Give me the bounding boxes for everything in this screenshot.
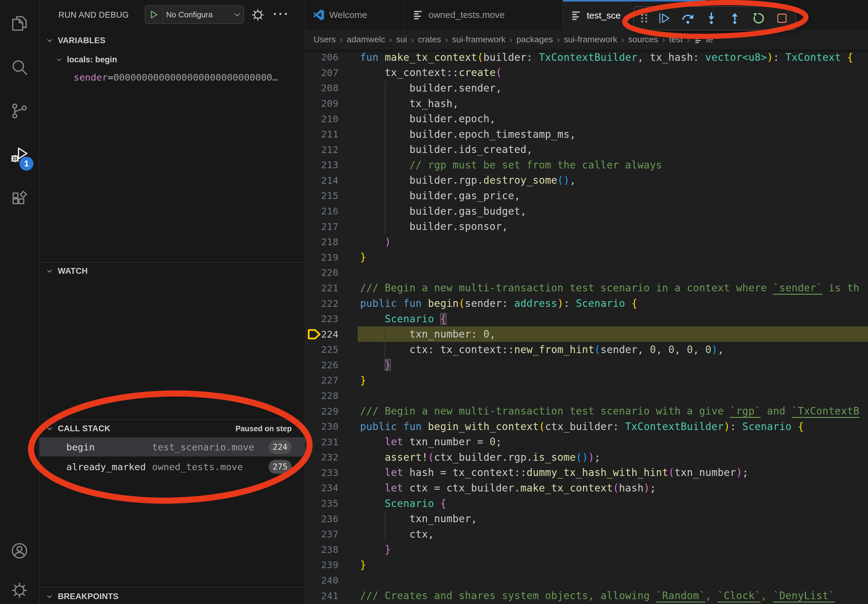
gutter-glyph-margin[interactable] bbox=[306, 496, 317, 511]
code-line-232[interactable]: 232 assert!(ctx_builder.rgp.is_some()); bbox=[306, 449, 868, 465]
gutter-glyph-margin[interactable] bbox=[306, 65, 317, 81]
breadcrumb-item[interactable]: sui bbox=[396, 35, 407, 44]
code-line-235[interactable]: 235 Scenario { bbox=[306, 496, 868, 511]
code-line-241[interactable]: 241/// Creates and shares system objects… bbox=[306, 588, 868, 603]
gutter-glyph-margin[interactable] bbox=[306, 326, 317, 342]
breadcrumb-item[interactable]: Users bbox=[313, 35, 336, 44]
gutter-glyph-margin[interactable] bbox=[306, 111, 317, 127]
code-line-206[interactable]: 206fun make_tx_context(builder: TxContex… bbox=[306, 50, 868, 65]
breadcrumb-item[interactable]: sui-framework bbox=[452, 35, 505, 44]
call-stack-section-header[interactable]: CALL STACK Paused on step bbox=[40, 421, 305, 436]
code-line-231[interactable]: 231 let txn_number = 0; bbox=[306, 434, 868, 449]
gutter-glyph-margin[interactable] bbox=[306, 234, 317, 250]
code-line-230[interactable]: 230public fun begin_with_context(ctx_bui… bbox=[306, 419, 868, 434]
code-line-222[interactable]: 222public fun begin(sender: address): Sc… bbox=[306, 296, 868, 311]
code-editor[interactable]: 206fun make_tx_context(builder: TxContex… bbox=[306, 50, 868, 604]
code-line-225[interactable]: 225 ctx: tx_context::new_from_hint(sende… bbox=[306, 342, 868, 357]
code-line-212[interactable]: 212 builder.ids_created, bbox=[306, 142, 868, 157]
start-debugging-icon[interactable] bbox=[146, 6, 163, 23]
code-line-208[interactable]: 208 builder.sender, bbox=[306, 80, 868, 96]
code-line-211[interactable]: 211 builder.epoch_timestamp_ms, bbox=[306, 127, 868, 142]
breadcrumb-item[interactable]: adamwelc bbox=[347, 35, 385, 44]
gutter-glyph-margin[interactable] bbox=[306, 280, 317, 296]
code-line-220[interactable]: 220 bbox=[306, 265, 868, 280]
gutter-glyph-margin[interactable] bbox=[306, 403, 317, 419]
toolbar-drag-handle[interactable] bbox=[638, 9, 650, 28]
gutter-glyph-margin[interactable] bbox=[306, 127, 317, 142]
activity-bar-item-account[interactable] bbox=[0, 534, 39, 567]
breadcrumb-file-item[interactable]: te bbox=[694, 35, 713, 44]
gutter-glyph-margin[interactable] bbox=[306, 50, 317, 65]
gutter-glyph-margin[interactable] bbox=[306, 527, 317, 542]
code-line-217[interactable]: 217 builder.sponsor, bbox=[306, 219, 868, 234]
gutter-glyph-margin[interactable] bbox=[306, 434, 317, 449]
breakpoints-section-header[interactable]: BREAKPOINTS bbox=[40, 589, 305, 604]
gutter-glyph-margin[interactable] bbox=[306, 542, 317, 558]
continue-button[interactable] bbox=[655, 9, 674, 28]
step-out-button[interactable] bbox=[725, 9, 744, 28]
gutter-glyph-margin[interactable] bbox=[306, 203, 317, 219]
activity-bar-item-search[interactable] bbox=[0, 51, 39, 84]
code-line-221[interactable]: 221/// Begin a new multi-transaction tes… bbox=[306, 280, 868, 296]
code-line-234[interactable]: 234 let ctx = ctx_builder.make_tx_contex… bbox=[306, 480, 868, 496]
code-line-237[interactable]: 237 ctx, bbox=[306, 527, 868, 542]
step-into-button[interactable] bbox=[702, 9, 721, 28]
code-line-227[interactable]: 227} bbox=[306, 373, 868, 388]
gutter-glyph-margin[interactable] bbox=[306, 511, 317, 527]
editor-tab-owned-tests-move[interactable]: owned_tests.move bbox=[405, 0, 563, 29]
gutter-glyph-margin[interactable] bbox=[306, 296, 317, 311]
variables-scope-locals[interactable]: locals: begin bbox=[40, 52, 305, 68]
more-actions-icon[interactable]: ··· bbox=[273, 0, 290, 28]
code-line-210[interactable]: 210 builder.epoch, bbox=[306, 111, 868, 127]
gutter-glyph-margin[interactable] bbox=[306, 557, 317, 573]
gutter-glyph-margin[interactable] bbox=[306, 419, 317, 434]
gutter-glyph-margin[interactable] bbox=[306, 188, 317, 203]
code-line-238[interactable]: 238 } bbox=[306, 542, 868, 558]
gutter-glyph-margin[interactable] bbox=[306, 219, 317, 234]
code-line-224[interactable]: 224 txn_number: 0, bbox=[306, 326, 868, 342]
call-stack-frame-begin[interactable]: begintest_scenario.move224 bbox=[40, 437, 305, 457]
breadcrumb-item[interactable]: sources bbox=[628, 35, 658, 44]
code-line-226[interactable]: 226 } bbox=[306, 357, 868, 373]
debug-configuration-dropdown[interactable]: No Configura bbox=[145, 5, 244, 24]
code-line-229[interactable]: 229/// Begin a new multi-transaction tes… bbox=[306, 403, 868, 419]
gutter-glyph-margin[interactable] bbox=[306, 480, 317, 496]
code-line-218[interactable]: 218 ) bbox=[306, 234, 868, 250]
activity-bar-item-run-and-debug[interactable]: 1 bbox=[0, 138, 39, 172]
gutter-glyph-margin[interactable] bbox=[306, 142, 317, 157]
code-line-236[interactable]: 236 txn_number, bbox=[306, 511, 868, 527]
gutter-glyph-margin[interactable] bbox=[306, 173, 317, 188]
breadcrumb-item[interactable]: packages bbox=[516, 35, 553, 44]
gutter-glyph-margin[interactable] bbox=[306, 373, 317, 388]
code-line-228[interactable]: 228 bbox=[306, 388, 868, 404]
activity-bar-item-explorer[interactable] bbox=[0, 7, 39, 40]
gutter-glyph-margin[interactable] bbox=[306, 388, 317, 404]
variable-sender-row[interactable]: sender = 0000000000000000000000000000… bbox=[40, 69, 305, 85]
code-line-233[interactable]: 233 let hash = tx_context::dummy_tx_hash… bbox=[306, 465, 868, 480]
stop-button[interactable] bbox=[772, 9, 791, 28]
gutter-glyph-margin[interactable] bbox=[306, 449, 317, 465]
step-over-button[interactable] bbox=[679, 9, 698, 28]
gutter-glyph-margin[interactable] bbox=[306, 588, 317, 603]
gutter-glyph-margin[interactable] bbox=[306, 250, 317, 265]
gutter-glyph-margin[interactable] bbox=[306, 573, 317, 588]
restart-button[interactable] bbox=[749, 9, 768, 28]
activity-bar-item-settings[interactable] bbox=[0, 574, 39, 604]
gutter-glyph-margin[interactable] bbox=[306, 80, 317, 96]
watch-section-header[interactable]: WATCH bbox=[40, 263, 305, 279]
gutter-glyph-margin[interactable] bbox=[306, 465, 317, 480]
code-line-239[interactable]: 239} bbox=[306, 557, 868, 573]
code-line-215[interactable]: 215 builder.gas_price, bbox=[306, 188, 868, 203]
call-stack-frame-already_marked[interactable]: already_markedowned_tests.move275 bbox=[40, 457, 305, 476]
gutter-glyph-margin[interactable] bbox=[306, 265, 317, 280]
variables-section-header[interactable]: VARIABLES bbox=[40, 33, 305, 48]
code-line-240[interactable]: 240 bbox=[306, 573, 868, 588]
gutter-glyph-margin[interactable] bbox=[306, 311, 317, 327]
code-line-223[interactable]: 223 Scenario { bbox=[306, 311, 868, 327]
code-line-207[interactable]: 207 tx_context::create( bbox=[306, 65, 868, 81]
code-line-216[interactable]: 216 builder.gas_budget, bbox=[306, 203, 868, 219]
code-line-219[interactable]: 219} bbox=[306, 250, 868, 265]
gutter-glyph-margin[interactable] bbox=[306, 342, 317, 357]
activity-bar-item-extensions[interactable] bbox=[0, 183, 39, 216]
code-line-213[interactable]: 213 // rgp must be set from the caller a… bbox=[306, 157, 868, 173]
